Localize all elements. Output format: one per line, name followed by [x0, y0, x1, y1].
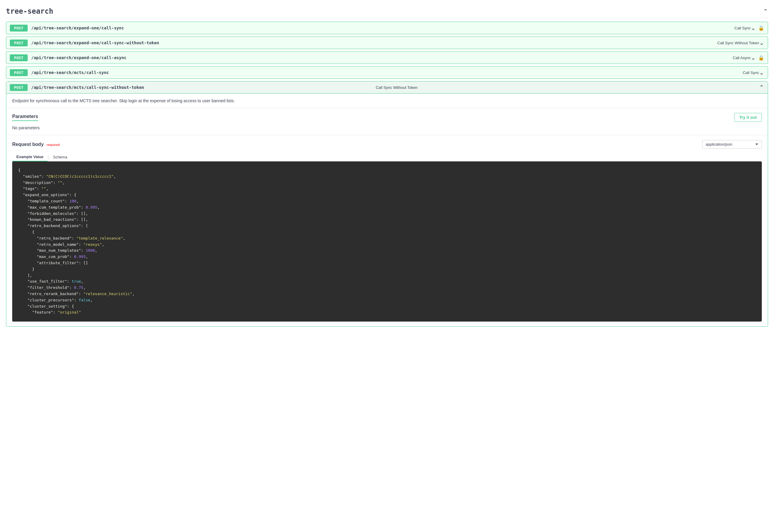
lock-icon: 🔒: [758, 55, 764, 61]
endpoint-summary: Call Async: [733, 56, 751, 60]
endpoints-list: POST /api/tree-search/expand-one/call-sy…: [6, 22, 768, 79]
endpoint-description: Endpoint for synchronous call to the MCT…: [6, 94, 768, 108]
request-body-title: Request body: [12, 142, 44, 147]
chevron-down-icon[interactable]: ⌄: [751, 24, 756, 32]
chevron-down-icon[interactable]: ⌄: [759, 69, 764, 76]
endpoint-row-controls: ⌄: [759, 69, 764, 76]
schema-tab[interactable]: Schema: [49, 153, 71, 161]
endpoint-summary: Call Sync: [743, 70, 759, 75]
endpoint-row-controls: ⌄ 🔒: [751, 54, 764, 61]
required-badge: required: [47, 143, 60, 147]
expanded-endpoint-summary: Call Sync Without Token: [376, 85, 418, 90]
request-body-section: Request body required application/json E…: [6, 135, 768, 326]
chevron-down-icon[interactable]: ⌄: [751, 54, 756, 61]
section-title: tree-search: [6, 7, 53, 15]
method-badge: POST: [10, 69, 28, 76]
endpoint-path: /api/tree-search/expand-one/call-sync: [31, 26, 731, 30]
request-body-title-group: Request body required: [12, 142, 60, 147]
chevron-up-icon[interactable]: ⌃: [759, 84, 764, 91]
example-value-tab[interactable]: Example Value: [12, 153, 48, 161]
content-type-wrapper: application/json: [702, 140, 762, 149]
endpoint-path: /api/tree-search/mcts/call-sync: [31, 70, 740, 75]
endpoint-row-expand-one-call-sync[interactable]: POST /api/tree-search/expand-one/call-sy…: [6, 22, 768, 34]
no-params-text: No parameters: [12, 125, 762, 130]
expanded-method-badge: POST: [10, 84, 28, 91]
expanded-endpoint-path: /api/tree-search/mcts/call-sync-without-…: [31, 85, 373, 90]
method-badge: POST: [10, 25, 28, 32]
endpoint-row-controls: ⌄: [759, 39, 764, 46]
method-badge: POST: [10, 40, 28, 46]
endpoint-row-mcts-call-sync[interactable]: POST /api/tree-search/mcts/call-sync Cal…: [6, 66, 768, 79]
content-type-select[interactable]: application/json: [702, 140, 762, 149]
endpoint-path: /api/tree-search/expand-one/call-sync-wi…: [31, 40, 714, 45]
endpoint-row-expand-one-call-sync-without-token[interactable]: POST /api/tree-search/expand-one/call-sy…: [6, 37, 768, 49]
method-badge: POST: [10, 54, 28, 61]
section-header: tree-search ⌃: [6, 5, 768, 18]
endpoint-row-controls: ⌄ 🔒: [751, 24, 764, 32]
example-tabs: Example Value | Schema: [12, 153, 762, 161]
lock-icon: 🔒: [758, 25, 764, 31]
try-it-out-button[interactable]: Try it out: [734, 113, 762, 122]
endpoint-summary: Call Sync Without Token: [717, 41, 759, 45]
collapse-section-icon[interactable]: ⌃: [763, 8, 768, 15]
params-title: Parameters: [12, 114, 38, 121]
code-block: { "smiles": "CN(C)CCOC(c1ccccc1)c1ccccc1…: [12, 161, 762, 322]
page-container: tree-search ⌃ POST /api/tree-search/expa…: [0, 0, 774, 334]
params-header: Parameters Try it out: [12, 113, 762, 122]
request-body-header: Request body required application/json: [12, 140, 762, 149]
endpoint-path: /api/tree-search/expand-one/call-async: [31, 55, 730, 60]
expanded-endpoint: POST /api/tree-search/mcts/call-sync-wit…: [6, 81, 768, 327]
endpoint-summary: Call Sync: [734, 26, 751, 30]
parameters-section: Parameters Try it out No parameters: [6, 108, 768, 135]
chevron-down-icon[interactable]: ⌄: [759, 39, 764, 46]
expanded-endpoint-header[interactable]: POST /api/tree-search/mcts/call-sync-wit…: [6, 81, 768, 94]
endpoint-row-expand-one-call-async[interactable]: POST /api/tree-search/expand-one/call-as…: [6, 51, 768, 64]
expanded-header-content: POST /api/tree-search/mcts/call-sync-wit…: [10, 84, 764, 91]
